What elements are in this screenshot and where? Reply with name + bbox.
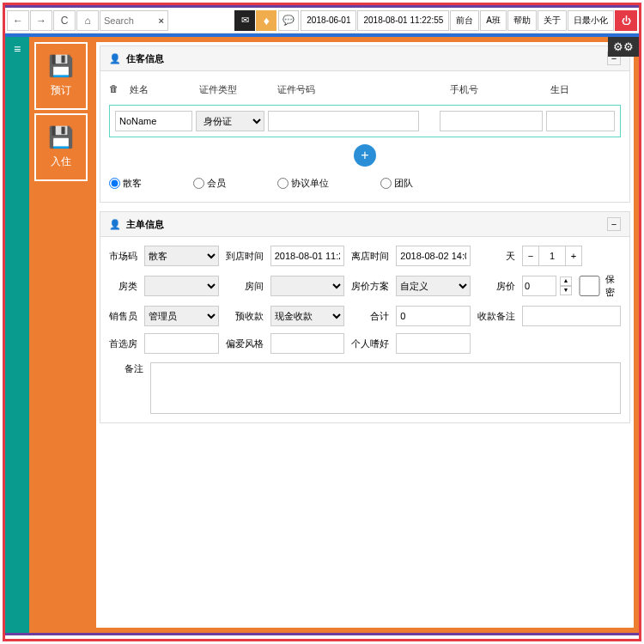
- total-input[interactable]: [396, 306, 471, 326]
- sales-select[interactable]: 管理员: [144, 306, 219, 326]
- lbl-prepay: 预收款: [226, 310, 264, 323]
- lbl-arrive: 到店时间: [226, 250, 264, 263]
- date-start: 2018-06-01: [301, 10, 356, 31]
- date-now: 2018-08-01 11:22:55: [357, 10, 449, 31]
- link-frontdesk[interactable]: 前台: [450, 10, 479, 31]
- link-shift[interactable]: A班: [480, 10, 507, 31]
- guest-panel-title: 住客信息: [126, 52, 164, 65]
- lbl-days: 天: [477, 250, 515, 263]
- link-minimize[interactable]: 日最小化: [568, 10, 614, 31]
- bday-input[interactable]: [546, 111, 615, 131]
- prepay-select[interactable]: 现金收款: [270, 306, 345, 326]
- lbl-sales: 销售员: [109, 310, 137, 323]
- tile-checkin[interactable]: 💾 入住: [34, 113, 88, 181]
- hdr-idtype: 证件类型: [199, 83, 277, 96]
- lbl-style: 偏爱风格: [226, 337, 264, 350]
- order-panel-title: 主单信息: [126, 218, 164, 231]
- chat-icon[interactable]: 💬: [278, 10, 299, 31]
- lbl-rtype: 房类: [109, 280, 137, 293]
- days-input[interactable]: [539, 246, 565, 266]
- secret-checkbox[interactable]: 保密: [575, 273, 621, 299]
- style-input[interactable]: [270, 333, 345, 354]
- left-menu-strip: ≡: [5, 37, 29, 633]
- leave-input[interactable]: [396, 246, 471, 266]
- trash-icon: 🗑: [109, 83, 130, 96]
- back-button[interactable]: ←: [7, 10, 29, 31]
- price-up[interactable]: ▲: [560, 276, 572, 286]
- arrive-input[interactable]: [270, 246, 345, 266]
- save-icon: 💾: [36, 125, 86, 149]
- tile-reserve[interactable]: 💾 预订: [34, 42, 88, 110]
- days-plus-button[interactable]: +: [565, 246, 582, 266]
- add-guest-button[interactable]: +: [354, 144, 376, 167]
- phone-input[interactable]: [440, 111, 543, 131]
- remark-textarea[interactable]: [150, 362, 621, 414]
- guest-panel: 👤 住客信息 − 🗑 姓名 证件类型 证件号码 手机号 生日: [100, 46, 630, 203]
- lbl-prefroom: 首选房: [109, 337, 137, 350]
- hdr-bday: 生日: [550, 83, 621, 96]
- mail-icon[interactable]: ✉: [234, 10, 255, 31]
- hamburger-icon[interactable]: ≡: [5, 37, 29, 61]
- link-help[interactable]: 帮助: [507, 10, 537, 31]
- lbl-remark: 备注: [109, 362, 143, 375]
- lbl-plan: 房价方案: [351, 280, 389, 293]
- radio-member[interactable]: 会员: [193, 177, 226, 190]
- market-select[interactable]: 散客: [144, 246, 219, 266]
- save-icon: 💾: [36, 54, 86, 78]
- hdr-name: 姓名: [130, 83, 200, 96]
- price-input[interactable]: [522, 276, 556, 296]
- user-icon: 👤: [109, 219, 121, 230]
- radio-group[interactable]: 团队: [380, 177, 413, 190]
- hobby-input[interactable]: [396, 333, 471, 354]
- price-down[interactable]: ▼: [560, 286, 572, 295]
- search-clear-icon[interactable]: ×: [159, 15, 164, 26]
- tile-checkin-label: 入住: [51, 155, 71, 167]
- collapse-button[interactable]: −: [607, 217, 621, 231]
- search-box[interactable]: ×: [100, 10, 168, 31]
- forward-button[interactable]: →: [30, 10, 52, 31]
- radio-individual[interactable]: 散客: [109, 177, 142, 190]
- top-toolbar: ← → C ⌂ × ✉ ♦ 💬 2018-06-01 2018-08-01 11…: [5, 8, 639, 33]
- notification-icon[interactable]: ♦: [256, 10, 276, 31]
- link-about[interactable]: 关于: [538, 10, 567, 31]
- days-minus-button[interactable]: −: [522, 246, 539, 266]
- room-select[interactable]: [270, 276, 345, 296]
- order-panel: 👤 主单信息 − 市场码 散客 到店时间 离店时间 天 −: [100, 211, 630, 423]
- hdr-idnum: 证件号码: [277, 83, 433, 96]
- search-input[interactable]: [104, 15, 164, 26]
- lbl-room: 房间: [226, 280, 264, 293]
- home-button[interactable]: ⌂: [76, 10, 99, 31]
- user-icon: 👤: [109, 53, 121, 64]
- lbl-paynote: 收款备注: [477, 310, 515, 323]
- plan-select[interactable]: 自定义: [396, 276, 471, 296]
- rtype-select[interactable]: [144, 276, 219, 296]
- gear-icon[interactable]: ⚙⚙: [608, 37, 639, 57]
- prefroom-input[interactable]: [144, 333, 219, 354]
- power-icon[interactable]: ⏻: [615, 10, 637, 31]
- tile-reserve-label: 预订: [51, 84, 71, 96]
- lbl-hobby: 个人嗜好: [351, 337, 389, 350]
- lbl-total: 合计: [351, 310, 389, 323]
- hdr-phone: 手机号: [450, 83, 551, 96]
- radio-agreement[interactable]: 协议单位: [277, 177, 329, 190]
- paynote-input[interactable]: [522, 306, 621, 326]
- idnum-input[interactable]: [268, 111, 419, 131]
- idtype-select[interactable]: 身份证: [196, 111, 264, 131]
- guest-row: 身份证: [109, 105, 621, 137]
- name-input[interactable]: [115, 111, 192, 131]
- lbl-market: 市场码: [109, 250, 137, 263]
- refresh-button[interactable]: C: [53, 10, 76, 31]
- lbl-price: 房价: [477, 280, 515, 293]
- lbl-leave: 离店时间: [351, 250, 389, 263]
